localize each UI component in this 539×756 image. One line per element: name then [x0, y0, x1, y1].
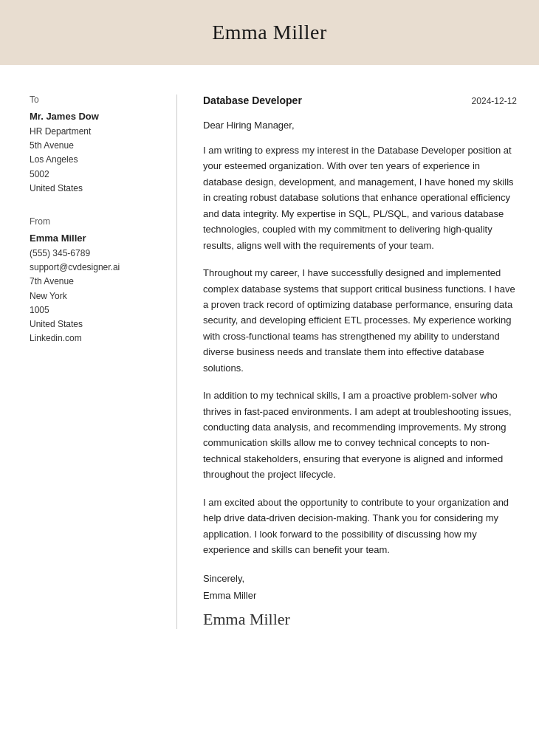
recipient-zip: 5002	[30, 168, 154, 182]
job-title-row: Database Developer 2024-12-12	[203, 94, 517, 106]
recipient-dept: HR Department	[30, 125, 154, 139]
sender-email: support@cvdesigner.ai	[30, 261, 154, 275]
paragraph-4: I am excited about the opportunity to co…	[203, 495, 517, 558]
sender-linkedin: Linkedin.com	[30, 331, 154, 346]
left-column: To Mr. James Dow HR Department 5th Avenu…	[30, 94, 177, 629]
sender-country: United States	[30, 317, 154, 331]
letter-date: 2024-12-12	[472, 96, 517, 106]
from-label: From	[30, 216, 154, 227]
closing-sincerely: Sincerely,	[203, 570, 517, 587]
sender-phone: (555) 345-6789	[30, 247, 154, 261]
sender-zip: 1005	[30, 303, 154, 317]
job-title: Database Developer	[203, 94, 302, 106]
closing-name: Emma Miller	[203, 587, 517, 604]
recipient-city: Los Angeles	[30, 153, 154, 167]
applicant-name: Emma Miller	[30, 21, 509, 44]
paragraph-2: Throughout my career, I have successfull…	[203, 265, 517, 376]
sender-name: Emma Miller	[30, 233, 154, 244]
recipient-country: United States	[30, 182, 154, 196]
paragraph-3: In addition to my technical skills, I am…	[203, 388, 517, 483]
recipient-name: Mr. James Dow	[30, 111, 154, 122]
recipient-street: 5th Avenue	[30, 139, 154, 153]
main-content: To Mr. James Dow HR Department 5th Avenu…	[0, 65, 539, 659]
right-column: Database Developer 2024-12-12 Dear Hirin…	[177, 94, 517, 629]
paragraph-1: I am writing to express my interest in t…	[203, 142, 517, 253]
to-label: To	[30, 94, 154, 105]
sender-street: 7th Avenue	[30, 275, 154, 289]
salutation: Dear Hiring Manager,	[203, 120, 517, 131]
sender-city: New York	[30, 289, 154, 303]
from-section: From Emma Miller (555) 345-6789 support@…	[30, 216, 154, 346]
to-section: To Mr. James Dow HR Department 5th Avenu…	[30, 94, 154, 196]
closing-block: Sincerely, Emma Miller	[203, 570, 517, 605]
signature: Emma Miller	[203, 610, 517, 629]
page-header: Emma Miller	[0, 0, 539, 65]
